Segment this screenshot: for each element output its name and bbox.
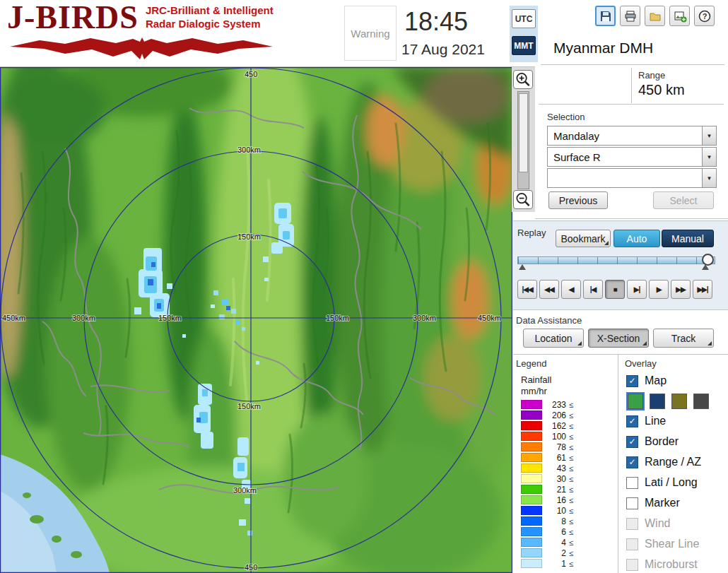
- print-button[interactable]: [620, 6, 640, 26]
- overlay-title: Overlay: [625, 358, 657, 369]
- map-style-swatch-4[interactable]: [693, 394, 709, 409]
- overlay-item-microburst[interactable]: Microburst: [626, 557, 709, 572]
- lati-long-checkbox[interactable]: [626, 477, 638, 489]
- range-ring-label: 150km: [237, 402, 261, 410]
- sub-product-dropdown-value: [548, 169, 702, 187]
- overlay-item-border[interactable]: ✓Border: [626, 434, 709, 449]
- track-button[interactable]: Track: [653, 329, 714, 348]
- overlay-item-shear-line[interactable]: Shear Line: [626, 536, 709, 552]
- jbirds-app-window: J-BIRDS JRC-Brilliant & Intelligent Rada…: [0, 0, 728, 573]
- legend-row: 43≤: [521, 463, 573, 473]
- zoom-slider-track[interactable]: [517, 91, 529, 189]
- radar-map-canvas[interactable]: 450300km150km450km300km150km150km300km45…: [0, 67, 512, 573]
- legend-row: 16≤: [521, 495, 573, 505]
- play-button[interactable]: ▶: [649, 280, 669, 299]
- legend-value: 4: [548, 538, 566, 548]
- jbirds-logo: J-BIRDS JRC-Brilliant & Intelligent Rada…: [7, 1, 274, 34]
- legend-row: 206≤: [521, 410, 573, 420]
- range-ring-label: 300km: [233, 486, 257, 495]
- manual-mode-button[interactable]: Manual: [662, 230, 714, 247]
- help-icon: ?: [698, 9, 712, 23]
- header-bar: J-BIRDS JRC-Brilliant & Intelligent Rada…: [0, 0, 728, 67]
- overlay-item-map[interactable]: ✓Map: [626, 373, 709, 389]
- microburst-checkbox[interactable]: [626, 559, 638, 571]
- shear-line-checkbox[interactable]: [626, 538, 638, 550]
- divider: [541, 64, 724, 65]
- chevron-down-icon[interactable]: ▼: [702, 169, 716, 187]
- x-section-button[interactable]: X-Section: [588, 329, 649, 348]
- overlay-item-wind[interactable]: Wind: [626, 516, 709, 531]
- bookmark-button[interactable]: Bookmark: [556, 230, 611, 247]
- location-button[interactable]: Location: [523, 329, 584, 348]
- sub-product-dropdown[interactable]: ▼: [547, 168, 717, 188]
- step-back-button[interactable]: |◀: [583, 280, 603, 299]
- legend-lte-symbol: ≤: [569, 485, 573, 494]
- map-style-swatch-2[interactable]: [650, 394, 665, 409]
- overlay-item-range-az[interactable]: ✓Range / AZ: [626, 454, 709, 470]
- map-checkbox[interactable]: ✓: [626, 375, 638, 387]
- play-reverse-button[interactable]: ◀: [561, 280, 581, 299]
- select-button[interactable]: Select: [653, 191, 714, 209]
- legend-lte-symbol: ≤: [569, 464, 573, 473]
- utc-button[interactable]: UTC: [512, 9, 536, 28]
- legend-unit: mm/hr: [521, 386, 547, 396]
- line-checkbox[interactable]: ✓: [626, 415, 638, 427]
- range-ring-label: 150km: [326, 314, 349, 322]
- site-dropdown-value: Mandalay: [548, 126, 702, 145]
- map-style-swatch-1[interactable]: [628, 394, 643, 409]
- fast-forward-button[interactable]: ▶▶: [671, 280, 691, 299]
- overlay-item-line[interactable]: ✓Line: [626, 413, 709, 429]
- overlay-item-label: Map: [645, 374, 667, 387]
- zoom-in-button[interactable]: [513, 70, 533, 89]
- legend-lte-symbol: ≤: [569, 422, 573, 430]
- legend-row: 4≤: [521, 537, 573, 548]
- zoom-out-button[interactable]: [513, 190, 533, 209]
- stop-button[interactable]: ■: [605, 280, 625, 299]
- site-dropdown[interactable]: Mandalay ▼: [547, 126, 717, 146]
- legend-color-swatch: [521, 442, 542, 451]
- legend-color-swatch: [521, 485, 542, 494]
- skip-to-start-button[interactable]: |◀◀: [517, 280, 537, 299]
- help-button[interactable]: ?: [694, 6, 715, 26]
- wind-checkbox[interactable]: [626, 518, 638, 530]
- product-dropdown[interactable]: Surface R ▼: [547, 147, 717, 167]
- zoom-slider-thumb[interactable]: [519, 93, 528, 172]
- auto-mode-button[interactable]: Auto: [613, 230, 660, 247]
- corner-handle-icon: [642, 341, 647, 345]
- step-forward-button[interactable]: ▶|: [627, 280, 647, 299]
- timeline-thumb[interactable]: [702, 254, 714, 266]
- legend-value: 6: [548, 527, 566, 537]
- mmt-button[interactable]: MMT: [512, 36, 536, 55]
- chevron-down-icon[interactable]: ▼: [702, 126, 716, 145]
- map-style-swatch-3[interactable]: [671, 394, 687, 409]
- corner-handle-icon: [604, 241, 609, 245]
- legend-row: 2≤: [521, 548, 573, 558]
- replay-timeline[interactable]: [517, 253, 714, 271]
- range-az-checkbox[interactable]: ✓: [626, 456, 638, 468]
- border-checkbox[interactable]: ✓: [626, 436, 638, 448]
- range-ring-label: 300km: [413, 314, 436, 322]
- chevron-down-icon[interactable]: ▼: [702, 148, 716, 166]
- divider: [631, 68, 632, 103]
- overlay-item-lati-long[interactable]: Lati / Long: [626, 475, 709, 490]
- legend-row: 61≤: [521, 452, 573, 463]
- legend-row: 10≤: [521, 505, 573, 516]
- corner-handle-icon: [577, 341, 582, 345]
- export-image-button[interactable]: [669, 6, 690, 26]
- save-button[interactable]: [595, 6, 616, 26]
- button-label: X-Section: [597, 333, 640, 344]
- fast-rewind-button[interactable]: ◀◀: [539, 280, 559, 299]
- timeline-track[interactable]: [517, 256, 715, 264]
- radar-map-view[interactable]: 450300km150km450km300km150km150km300km45…: [0, 67, 512, 573]
- marker-checkbox[interactable]: [626, 497, 638, 509]
- overlay-item-marker[interactable]: Marker: [626, 495, 709, 511]
- logo-title: J-BIRDS: [7, 1, 139, 34]
- product-dropdown-value: Surface R: [548, 148, 702, 166]
- range-label: Range: [638, 70, 665, 81]
- logo-subtitle-2: Radar Dialogic System: [146, 18, 274, 31]
- skip-to-end-button[interactable]: ▶▶|: [693, 280, 712, 299]
- open-folder-button[interactable]: [645, 6, 665, 26]
- legend-value: 162: [548, 421, 566, 431]
- overlay-list: ✓Map✓Line✓Border✓Range / AZLati / LongMa…: [626, 373, 709, 573]
- previous-button[interactable]: Previous: [548, 191, 608, 209]
